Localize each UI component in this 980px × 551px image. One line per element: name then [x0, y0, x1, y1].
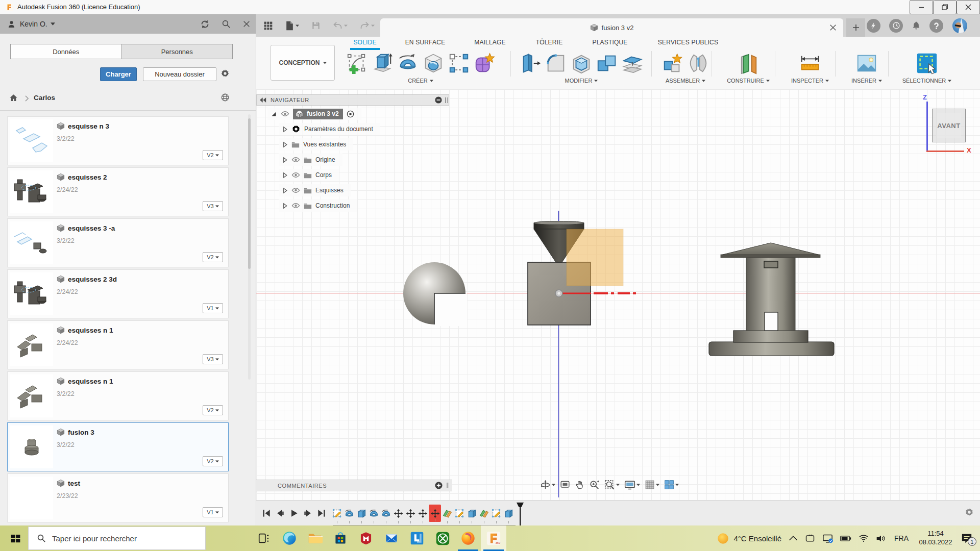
go-to-end-button[interactable] — [316, 508, 327, 518]
panel-tab-donnees[interactable]: Données — [10, 44, 122, 59]
timeline-feature-project[interactable] — [441, 503, 453, 524]
navigator-node-esquisses[interactable]: Esquisses — [279, 184, 351, 196]
document-tab[interactable]: fusion 3 v2 — [380, 18, 843, 37]
taskbar-app-lenovo[interactable] — [404, 525, 430, 551]
battery-button[interactable] — [840, 535, 851, 542]
combine-button[interactable] — [595, 52, 619, 75]
navigator-node-vues-existantes[interactable]: Vues existantes — [279, 138, 353, 151]
viewports-button[interactable] — [664, 480, 679, 490]
minimize-button[interactable] — [910, 0, 933, 14]
taskbar-app-xbox[interactable] — [430, 525, 455, 551]
taskbar-app-microsoft-store[interactable] — [328, 525, 353, 551]
save-button[interactable] — [311, 21, 321, 30]
start-button[interactable] — [4, 525, 27, 551]
taskbar-app-mail[interactable] — [379, 525, 404, 551]
step-back-button[interactable] — [275, 508, 285, 518]
home-button[interactable] — [9, 93, 18, 102]
insert-image-button[interactable] — [855, 52, 878, 75]
ribbon-tab-en-surface[interactable]: EN SURFACE — [405, 39, 446, 46]
screen-cast-button[interactable] — [805, 534, 815, 543]
timeline-feature-revolve[interactable] — [368, 503, 380, 524]
notifications-bell-button[interactable] — [912, 21, 921, 30]
close-panel-button[interactable] — [242, 19, 251, 29]
view-cube-front-face[interactable]: AVANT — [932, 109, 966, 142]
navigator-node-parametres-du-document[interactable]: Paramètres du document — [279, 123, 380, 135]
zoom-button[interactable] — [589, 480, 600, 490]
new-component-button[interactable] — [661, 52, 684, 75]
zoom-window-button[interactable] — [604, 480, 620, 490]
navigator-node-corps[interactable]: Corps — [279, 169, 339, 181]
timeline-feature-extrude[interactable] — [502, 503, 514, 524]
drag-handle[interactable] — [445, 97, 448, 103]
version-dropdown[interactable]: V2 — [203, 405, 223, 415]
close-document-button[interactable] — [829, 23, 837, 32]
body-tower[interactable] — [709, 243, 834, 356]
panel-tab-personnes[interactable]: Personnes — [122, 44, 233, 59]
sketch-plane[interactable] — [567, 229, 623, 286]
avatar-button[interactable] — [952, 18, 968, 34]
extrude-button[interactable] — [371, 52, 394, 75]
ribbon-group-dropdown-inspecter[interactable]: INSPECTER — [791, 78, 829, 84]
measure-button[interactable] — [798, 52, 822, 75]
project-card-esquisses-n-1[interactable]: esquisses n 1 3/2/22 V2 — [7, 371, 229, 420]
tower-window[interactable] — [764, 261, 778, 268]
version-dropdown[interactable]: V3 — [203, 354, 223, 364]
version-dropdown[interactable]: V2 — [203, 252, 223, 262]
ribbon-group-dropdown-inserer[interactable]: INSÉRER — [851, 78, 882, 84]
drag-handle[interactable] — [447, 483, 449, 488]
grid-settings-button[interactable] — [645, 480, 659, 490]
version-dropdown[interactable]: V3 — [203, 201, 223, 211]
ribbon-group-dropdown-construire[interactable]: CONSTRUIRE — [727, 78, 770, 84]
fillet-button[interactable] — [544, 52, 568, 75]
language-indicator[interactable]: FRA — [894, 534, 909, 542]
revolve-button[interactable] — [396, 52, 420, 75]
search-button[interactable] — [222, 19, 231, 29]
project-card-esquisses-n-1[interactable]: esquisses n 1 2/24/22 V3 — [7, 320, 229, 369]
volume-button[interactable] — [876, 534, 886, 543]
scrollbar-thumb[interactable] — [248, 118, 251, 269]
look-at-button[interactable] — [560, 480, 570, 489]
origin-point[interactable] — [555, 290, 562, 297]
timeline-feature-sketch[interactable] — [453, 503, 465, 524]
display-settings-button[interactable] — [624, 480, 640, 490]
body-sphere[interactable] — [403, 262, 467, 326]
tower-door[interactable] — [765, 312, 778, 331]
breadcrumb-folder[interactable]: Carlos — [34, 94, 55, 102]
workspace-selector-button[interactable]: CONCEPTION — [271, 45, 335, 81]
ribbon-tab-services-publics[interactable]: SERVICES PUBLICS — [658, 39, 718, 46]
taskbar-app-file-explorer[interactable] — [302, 525, 328, 551]
ribbon-group-dropdown-creer[interactable]: CRÉER — [408, 78, 433, 84]
view-cube[interactable]: Z AVANT X — [913, 93, 980, 154]
version-dropdown[interactable]: V2 — [203, 456, 223, 466]
project-card-esquisses-2-3d[interactable]: esquisses 2 3d 2/24/22 V1 — [7, 269, 229, 318]
panel-settings-gear-button[interactable] — [220, 69, 230, 78]
comments-bar[interactable]: COMMENTAIRES — [256, 480, 452, 491]
timeline-feature-sketch[interactable] — [490, 503, 502, 524]
taskbar-search[interactable] — [28, 527, 206, 550]
timeline-feature-move[interactable] — [404, 503, 416, 524]
redo-button[interactable] — [360, 21, 375, 30]
user-account-row[interactable]: Kevin O. — [0, 14, 256, 34]
timeline-feature-move[interactable] — [392, 503, 404, 524]
shell-button[interactable] — [570, 52, 593, 75]
ribbon-tab-plastique[interactable]: PLASTIQUE — [592, 39, 627, 46]
undo-button[interactable] — [333, 21, 348, 30]
restore-button[interactable] — [933, 0, 957, 14]
form-button[interactable] — [473, 52, 496, 75]
upload-button[interactable]: Charger — [100, 67, 137, 81]
extensions-button[interactable] — [867, 19, 880, 33]
navigator-header[interactable]: NAVIGATEUR — [256, 94, 449, 106]
navigator-root-node[interactable]: fusion 3 v2 — [267, 108, 361, 120]
display-connect-button[interactable] — [822, 534, 833, 543]
construction-plane-button[interactable] — [737, 52, 760, 75]
timeline-feature-project[interactable] — [478, 503, 490, 524]
select-button[interactable] — [915, 52, 939, 75]
orbit-button[interactable] — [540, 480, 555, 490]
add-comment-button[interactable] — [435, 482, 443, 489]
timeline-feature-move-selected[interactable] — [429, 505, 441, 522]
pattern-button[interactable] — [447, 52, 471, 75]
weather-text[interactable]: 4°C Ensoleillé — [733, 534, 781, 543]
new-folder-button[interactable]: Nouveau dossier — [143, 67, 216, 81]
project-card-esquisses-3-a[interactable]: esquisses 3 -a 3/2/22 V2 — [7, 218, 229, 267]
press-pull-button[interactable] — [519, 52, 542, 75]
